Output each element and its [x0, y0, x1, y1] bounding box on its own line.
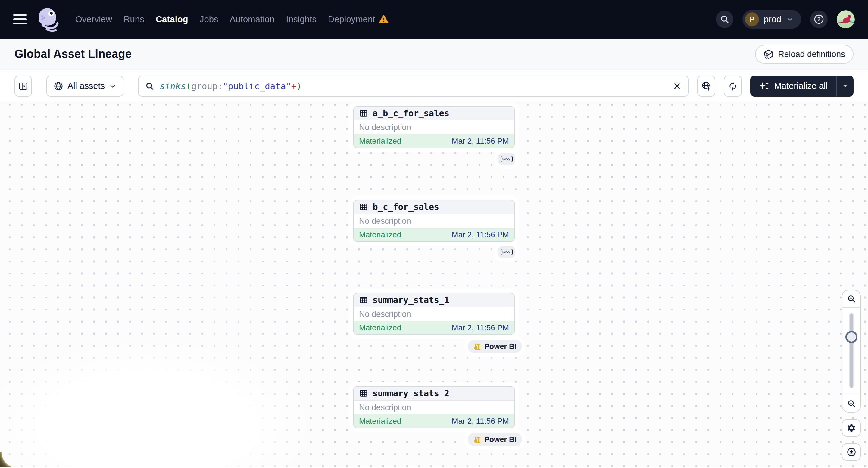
- nav-item-jobs[interactable]: Jobs: [200, 14, 218, 24]
- asset-scope-label: All assets: [67, 81, 105, 91]
- asset-node-header: a_b_c_for_sales: [353, 106, 515, 121]
- clear-query-button[interactable]: [673, 82, 682, 91]
- table-icon: [359, 202, 368, 211]
- zoom-slider-thumb[interactable]: [845, 331, 858, 343]
- top-nav: Overview Runs Catalog Jobs Automation In…: [0, 0, 868, 38]
- svg-text:?: ?: [817, 16, 820, 22]
- materialize-all-label: Materialize all: [774, 81, 828, 91]
- zoom-out-icon: [847, 399, 856, 408]
- powerbi-icon: [473, 435, 481, 444]
- asset-node-summary-stats-2[interactable]: summary_stats_2 No description Materiali…: [353, 386, 515, 428]
- zoom-panel: [842, 290, 861, 413]
- gear-icon: [847, 423, 856, 433]
- status-badge: Materialized: [359, 136, 401, 146]
- close-icon: [673, 82, 682, 91]
- zoom-slider-track[interactable]: [849, 313, 853, 388]
- open-left-panel-button[interactable]: [14, 75, 32, 97]
- powerbi-icon: [473, 342, 481, 350]
- materialization-timestamp[interactable]: Mar 2, 11:56 PM: [452, 323, 509, 333]
- canvas-fade: [0, 311, 373, 467]
- environment-switcher[interactable]: P prod: [742, 10, 801, 29]
- materialize-all-split-button: Materialize all: [750, 75, 854, 97]
- asset-description: No description: [359, 403, 411, 412]
- environment-label: prod: [764, 14, 781, 24]
- lineage-toolbar: All assets sinks(group:"public_data"+): [0, 70, 868, 102]
- powerbi-label: Power BI: [484, 435, 517, 444]
- lineage-canvas[interactable]: a_b_c_for_sales No description Materiali…: [0, 102, 868, 467]
- materialize-options-button[interactable]: [836, 75, 854, 97]
- asset-name: a_b_c_for_sales: [373, 108, 449, 118]
- nav-item-deployment[interactable]: Deployment: [328, 14, 375, 24]
- globe-plus-icon: [701, 81, 711, 91]
- minimap-corner: [0, 452, 18, 467]
- kind-tag-powerbi[interactable]: Power BI: [468, 340, 522, 353]
- asset-status-bar: Materialized Mar 2, 11:56 PM: [353, 228, 515, 241]
- nav-item-runs[interactable]: Runs: [123, 14, 144, 24]
- reload-definitions-button[interactable]: Reload definitions: [755, 45, 854, 64]
- graph-controls: [842, 290, 861, 413]
- nav-item-automation[interactable]: Automation: [230, 14, 275, 24]
- user-avatar[interactable]: [837, 10, 855, 28]
- status-badge: Materialized: [359, 416, 401, 426]
- asset-description: No description: [359, 217, 411, 226]
- warning-icon: [379, 14, 389, 24]
- nav-item-insights[interactable]: Insights: [286, 14, 316, 24]
- download-image-button[interactable]: [842, 443, 861, 461]
- hamburger-menu-icon[interactable]: [13, 14, 27, 24]
- asset-name: b_c_for_sales: [373, 202, 439, 212]
- asset-node-header: b_c_for_sales: [353, 200, 515, 214]
- asset-description: No description: [359, 123, 411, 132]
- asset-description: No description: [359, 310, 411, 319]
- table-icon: [359, 109, 368, 118]
- asset-name: summary_stats_1: [373, 295, 449, 305]
- kind-tag-csv[interactable]: CSV: [498, 246, 515, 258]
- caret-down-icon: [841, 82, 849, 90]
- asset-node-b-c-for-sales[interactable]: b_c_for_sales No description Materialize…: [353, 200, 515, 242]
- help-button[interactable]: ?: [810, 10, 828, 28]
- materialization-timestamp[interactable]: Mar 2, 11:56 PM: [452, 416, 509, 426]
- environment-avatar: P: [745, 12, 759, 26]
- asset-node-summary-stats-1[interactable]: summary_stats_1 No description Materiali…: [353, 293, 515, 335]
- kind-tag-csv[interactable]: CSV: [498, 153, 515, 165]
- asset-name: summary_stats_2: [373, 388, 449, 399]
- materialization-timestamp[interactable]: Mar 2, 11:56 PM: [452, 230, 509, 240]
- asset-status-bar: Materialized Mar 2, 11:56 PM: [353, 414, 515, 428]
- globe-icon: [54, 81, 63, 91]
- chevron-down-icon: [109, 83, 116, 90]
- main-nav: Overview Runs Catalog Jobs Automation In…: [75, 14, 389, 24]
- csv-icon: CSV: [501, 156, 513, 162]
- refresh-button[interactable]: [724, 75, 742, 97]
- status-badge: Materialized: [359, 323, 401, 333]
- zoom-out-button[interactable]: [842, 395, 860, 412]
- chevron-down-icon: [786, 15, 794, 23]
- panel-toggle-icon: [19, 81, 28, 91]
- code-location-reload-icon: [764, 49, 774, 59]
- asset-node-header: summary_stats_1: [353, 293, 515, 307]
- zoom-in-button[interactable]: [842, 290, 860, 308]
- asset-selection-input[interactable]: sinks(group:"public_data"+): [138, 75, 689, 97]
- kind-tag-powerbi[interactable]: Power BI: [468, 433, 522, 446]
- graph-settings-button[interactable]: [842, 419, 861, 437]
- nav-item-catalog[interactable]: Catalog: [156, 14, 188, 24]
- powerbi-label: Power BI: [484, 342, 517, 351]
- zoom-in-icon: [847, 294, 856, 303]
- table-icon: [359, 389, 368, 398]
- search-icon: [720, 14, 730, 24]
- asset-node-a-b-c-for-sales[interactable]: a_b_c_for_sales No description Materiali…: [353, 106, 515, 148]
- query-text: sinks(group:"public_data"+): [160, 81, 302, 91]
- page-title: Global Asset Lineage: [14, 48, 132, 61]
- graph-view-button[interactable]: [697, 75, 715, 97]
- materialize-all-button[interactable]: Materialize all: [750, 75, 836, 97]
- materialization-timestamp[interactable]: Mar 2, 11:56 PM: [452, 136, 509, 146]
- csv-icon: CSV: [501, 249, 513, 255]
- asset-status-bar: Materialized Mar 2, 11:56 PM: [353, 321, 515, 334]
- download-icon: [847, 447, 856, 457]
- search-icon: [145, 82, 154, 91]
- dagster-logo[interactable]: [34, 3, 63, 35]
- asset-scope-dropdown[interactable]: All assets: [46, 75, 123, 97]
- nav-item-overview[interactable]: Overview: [75, 14, 112, 24]
- help-icon: ?: [813, 14, 824, 25]
- asset-status-bar: Materialized Mar 2, 11:56 PM: [353, 134, 515, 148]
- search-button[interactable]: [716, 10, 733, 28]
- reload-definitions-label: Reload definitions: [778, 50, 845, 59]
